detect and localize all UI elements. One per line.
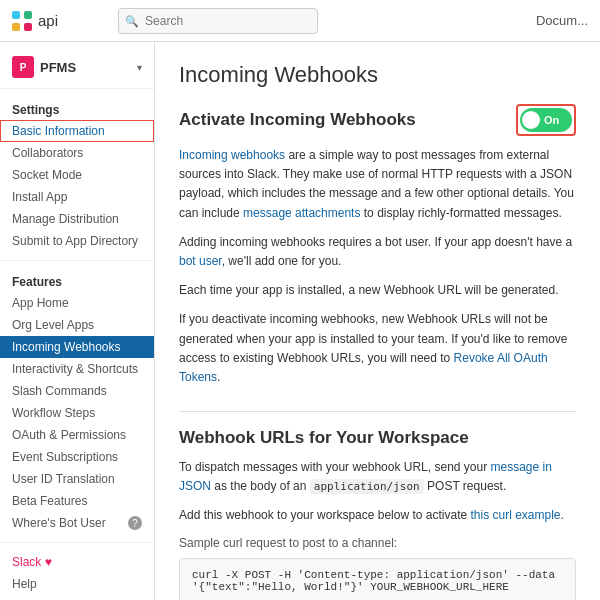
- sample-curl-label: Sample curl request to post to a channel…: [179, 536, 576, 550]
- activate-para-2: Adding incoming webhooks requires a bot …: [179, 233, 576, 271]
- message-attachments-link[interactable]: message attachments: [243, 206, 360, 220]
- toggle-label: On: [544, 114, 559, 126]
- sidebar-item-basic-info[interactable]: Basic Information: [0, 120, 154, 142]
- sidebar-item-slash-commands[interactable]: Slash Commands: [0, 380, 154, 402]
- webhook-urls-section: Webhook URLs for Your Workspace To dispa…: [179, 428, 576, 600]
- sidebar-item-app-home[interactable]: App Home: [0, 292, 154, 314]
- webhook-urls-title: Webhook URLs for Your Workspace: [179, 428, 576, 448]
- activate-para-3: Each time your app is installed, a new W…: [179, 281, 576, 300]
- sidebar-item-socket-mode[interactable]: Socket Mode: [0, 164, 154, 186]
- sidebar-bottom: Slack ♥ Help Contact Policies Our Blog: [0, 551, 154, 600]
- sidebar-item-interactivity[interactable]: Interactivity & Shortcuts: [0, 358, 154, 380]
- svg-rect-0: [12, 11, 20, 19]
- svg-rect-1: [24, 11, 32, 19]
- section-separator: [179, 411, 576, 412]
- curl-example-link[interactable]: this curl example: [471, 508, 561, 522]
- toggle-knob: [522, 111, 540, 129]
- sidebar-item-install-app[interactable]: Install App: [0, 186, 154, 208]
- workspace-name: PFMS: [40, 60, 131, 75]
- main-content: Incoming Webhooks Activate Incoming Webh…: [155, 42, 600, 600]
- logo-text: api: [38, 12, 58, 29]
- sidebar-item-collaborators[interactable]: Collaborators: [0, 142, 154, 164]
- activate-section: Activate Incoming Webhooks On Incoming w…: [179, 104, 576, 387]
- bot-user-link-1[interactable]: bot user: [179, 254, 222, 268]
- svg-rect-2: [12, 23, 20, 31]
- activate-para-1: Incoming webhooks are a simple way to po…: [179, 146, 576, 223]
- activate-toggle[interactable]: On: [520, 108, 572, 132]
- workspace-icon: P: [12, 56, 34, 78]
- webhook-add-instruction: Add this webhook to your workspace below…: [179, 506, 576, 525]
- webhook-desc: To dispatch messages with your webhook U…: [179, 458, 576, 496]
- code-sample: curl -X POST -H 'Content-type: applicati…: [179, 558, 576, 600]
- logo: api: [12, 11, 58, 31]
- sidebar-item-user-id[interactable]: User ID Translation: [0, 468, 154, 490]
- features-section-title: Features: [0, 269, 154, 292]
- sidebar-item-slack-heart[interactable]: Slack ♥: [0, 551, 154, 573]
- bots-user-label: Where's Bot User: [12, 516, 106, 530]
- svg-rect-3: [24, 23, 32, 31]
- sidebar-divider-1: [0, 260, 154, 261]
- workspace-selector[interactable]: P PFMS ▾: [0, 52, 154, 89]
- sidebar-item-submit-dir[interactable]: Submit to App Directory: [0, 230, 154, 252]
- toggle-border: On: [516, 104, 576, 136]
- sidebar-item-contact[interactable]: Contact: [0, 595, 154, 600]
- sidebar-item-incoming-webhooks[interactable]: Incoming Webhooks: [0, 336, 154, 358]
- sidebar-item-beta-features[interactable]: Beta Features: [0, 490, 154, 512]
- incoming-webhooks-link[interactable]: Incoming webhooks: [179, 148, 285, 162]
- slack-logo-icon: [12, 11, 32, 31]
- sidebar: P PFMS ▾ Settings Basic Information Coll…: [0, 42, 155, 600]
- search-wrap: [118, 8, 318, 34]
- sidebar-item-oauth[interactable]: OAuth & Permissions: [0, 424, 154, 446]
- sidebar-item-manage-dist[interactable]: Manage Distribution: [0, 208, 154, 230]
- layout: P PFMS ▾ Settings Basic Information Coll…: [0, 42, 600, 600]
- question-icon: ?: [128, 516, 142, 530]
- sidebar-item-bots-user[interactable]: Where's Bot User ?: [0, 512, 154, 534]
- activate-section-header: Activate Incoming Webhooks On: [179, 104, 576, 136]
- workspace-dropdown-icon: ▾: [137, 62, 142, 73]
- search-input[interactable]: [118, 8, 318, 34]
- sidebar-item-event-subs[interactable]: Event Subscriptions: [0, 446, 154, 468]
- sidebar-item-workflow-steps[interactable]: Workflow Steps: [0, 402, 154, 424]
- sidebar-item-help[interactable]: Help: [0, 573, 154, 595]
- doc-link[interactable]: Docum...: [536, 13, 588, 28]
- sidebar-divider-2: [0, 542, 154, 543]
- activate-title: Activate Incoming Webhooks: [179, 110, 416, 130]
- topbar: api Docum...: [0, 0, 600, 42]
- page-title: Incoming Webhooks: [179, 62, 576, 88]
- sidebar-item-org-level[interactable]: Org Level Apps: [0, 314, 154, 336]
- activate-para-4: If you deactivate incoming webhooks, new…: [179, 310, 576, 387]
- settings-section-title: Settings: [0, 97, 154, 120]
- revoke-tokens-link[interactable]: Revoke All OAuth Tokens: [179, 351, 548, 384]
